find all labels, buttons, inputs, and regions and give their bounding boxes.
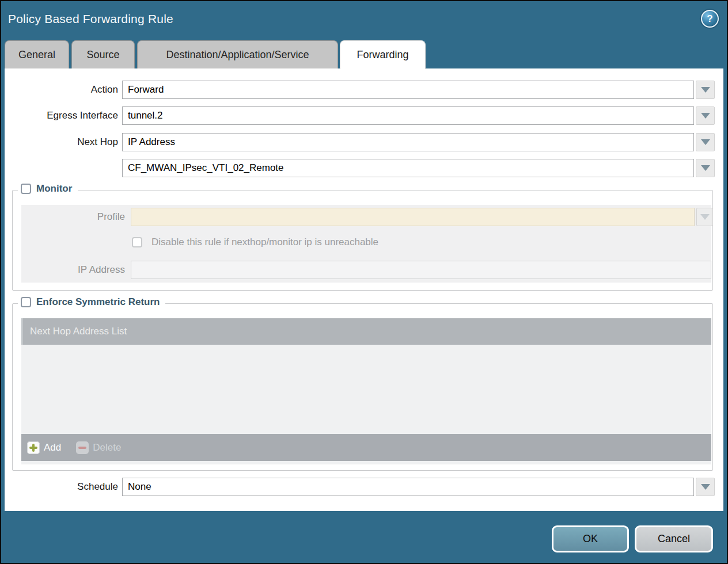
action-dropdown-button[interactable] xyxy=(696,81,715,99)
monitor-legend: Monitor xyxy=(18,183,78,195)
next-hop-type-select[interactable]: IP Address xyxy=(122,133,694,151)
profile-dropdown-button xyxy=(696,208,713,226)
chevron-down-icon xyxy=(701,113,710,119)
chevron-down-icon xyxy=(701,139,710,145)
next-hop-address-list-table: Next Hop Address List Add Delete xyxy=(21,318,711,464)
help-question-glyph: ? xyxy=(707,14,712,24)
next-hop-address-list-body xyxy=(21,345,711,434)
action-label: Action xyxy=(5,81,118,99)
disable-rule-checkbox xyxy=(132,237,142,247)
egress-interface-dropdown-button[interactable] xyxy=(696,106,715,125)
next-hop-address-dropdown-button[interactable] xyxy=(696,159,715,177)
forwarding-tab-panel: Action Forward Egress Interface tunnel.2… xyxy=(5,68,723,511)
egress-interface-select[interactable]: tunnel.2 xyxy=(122,106,694,125)
next-hop-address-list-toolbar: Add Delete xyxy=(21,434,711,461)
tab-general[interactable]: General xyxy=(5,40,69,68)
monitor-ip-address-label: IP Address xyxy=(13,261,125,279)
egress-interface-label: Egress Interface xyxy=(5,106,118,125)
chevron-down-icon xyxy=(700,214,710,220)
next-hop-address-list-footer-strip xyxy=(21,461,711,464)
profile-label: Profile xyxy=(13,208,125,226)
tab-forwarding[interactable]: Forwarding xyxy=(340,40,426,69)
enforce-symmetric-return-group: Enforce Symmetric Return Next Hop Addres… xyxy=(12,303,713,471)
schedule-label: Schedule xyxy=(5,478,118,496)
enforce-symmetric-return-checkbox[interactable] xyxy=(21,297,31,307)
schedule-select[interactable]: None xyxy=(122,478,694,496)
monitor-ip-address-input xyxy=(131,261,711,279)
monitor-checkbox[interactable] xyxy=(21,184,31,194)
disable-rule-label: Disable this rule if nexthop/monitor ip … xyxy=(151,236,378,249)
schedule-dropdown-button[interactable] xyxy=(696,478,715,496)
pbf-rule-dialog: Policy Based Forwarding Rule ? General S… xyxy=(0,0,728,564)
next-hop-address-select[interactable]: CF_MWAN_IPsec_VTI_02_Remote xyxy=(122,159,694,177)
monitor-legend-label: Monitor xyxy=(36,183,72,195)
ok-button[interactable]: OK xyxy=(552,525,629,552)
tab-source[interactable]: Source xyxy=(71,40,135,68)
enforce-symmetric-return-legend: Enforce Symmetric Return xyxy=(18,296,165,308)
chevron-down-icon xyxy=(701,484,710,490)
monitor-group: Monitor Profile Disable this rule if nex… xyxy=(12,190,713,291)
chevron-down-icon xyxy=(701,87,710,93)
add-button[interactable]: Add xyxy=(27,441,61,454)
cancel-button[interactable]: Cancel xyxy=(635,525,713,552)
next-hop-address-list-header: Next Hop Address List xyxy=(21,318,711,345)
delete-icon xyxy=(76,441,89,454)
next-hop-dropdown-button[interactable] xyxy=(696,133,715,151)
delete-button: Delete xyxy=(76,441,121,454)
tab-destination-application-service[interactable]: Destination/Application/Service xyxy=(137,40,338,68)
next-hop-label: Next Hop xyxy=(5,133,118,151)
delete-button-label: Delete xyxy=(93,442,121,454)
dialog-title: Policy Based Forwarding Rule xyxy=(8,12,173,26)
action-select[interactable]: Forward xyxy=(122,81,694,99)
add-button-label: Add xyxy=(44,442,61,454)
enforce-symmetric-return-legend-label: Enforce Symmetric Return xyxy=(36,296,160,308)
profile-select xyxy=(131,208,695,226)
add-icon xyxy=(27,441,40,454)
help-icon[interactable]: ? xyxy=(701,10,719,28)
chevron-down-icon xyxy=(701,165,710,171)
